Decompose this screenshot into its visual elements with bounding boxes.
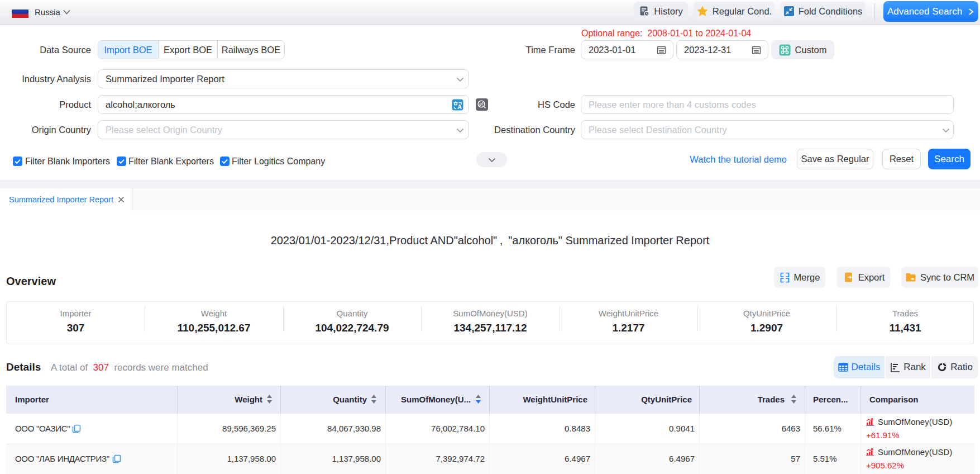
svg-text:A: A: [457, 103, 462, 110]
